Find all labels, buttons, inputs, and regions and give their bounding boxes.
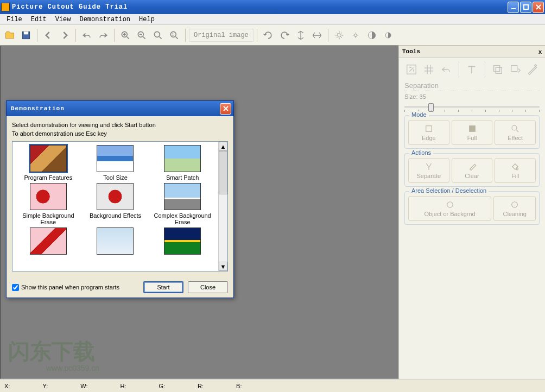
menu-file[interactable]: File: [2, 15, 27, 24]
tools-panel: Tools x Separation Size: 35: [398, 46, 545, 379]
brightness-down-button[interactable]: [348, 28, 363, 43]
svg-text:1: 1: [172, 32, 174, 36]
svg-rect-0: [524, 5, 528, 9]
redo-button[interactable]: [96, 28, 111, 43]
menu-edit[interactable]: Edit: [27, 15, 51, 24]
svg-point-5: [154, 31, 160, 37]
demo-list: Program Features Tool Size Smart Patch S…: [12, 141, 228, 271]
mode-effect-button[interactable]: Effect: [495, 120, 536, 145]
separation-label: Separation: [404, 81, 540, 91]
grid-icon[interactable]: [422, 62, 436, 77]
flip-v-button[interactable]: [293, 28, 308, 43]
show-panel-checkbox[interactable]: Show this panel when program starts: [12, 284, 139, 291]
save-button[interactable]: [18, 28, 34, 43]
svg-text:www.pc0359.cn: www.pc0359.cn: [46, 364, 99, 372]
status-g: G:: [159, 383, 165, 389]
demo-item-9[interactable]: [150, 227, 215, 257]
tools-title: Tools: [402, 48, 420, 55]
open-button[interactable]: [2, 28, 17, 43]
mode-fieldset: Mode Edge Full Effect: [404, 115, 540, 149]
area-cleaning-button[interactable]: Cleaning: [493, 196, 536, 221]
zoom-actual-button[interactable]: 1: [167, 28, 182, 43]
contrast-down-button[interactable]: [381, 28, 396, 43]
demo-item-bg-effects[interactable]: Background Effects: [83, 183, 148, 225]
demo-item-8[interactable]: [83, 227, 148, 257]
resize-icon[interactable]: [404, 62, 419, 77]
status-w: W:: [80, 383, 87, 389]
status-b: B:: [236, 383, 242, 389]
actions-fieldset: Actions Separate Clear Fill: [404, 153, 540, 187]
demo-item-complex-bg-erase[interactable]: Complex Background Erase: [150, 183, 215, 225]
dialog-titlebar[interactable]: Demonstration: [7, 101, 233, 116]
area-object-button[interactable]: Object or Backgrnd: [408, 196, 491, 221]
svg-point-20: [512, 125, 517, 130]
svg-rect-17: [511, 66, 517, 72]
zoom-fit-button[interactable]: [150, 28, 166, 43]
undo-tool-icon[interactable]: [439, 62, 453, 77]
demo-item-smart-patch[interactable]: Smart Patch: [150, 145, 215, 181]
svg-rect-15: [493, 66, 499, 72]
wizard-icon[interactable]: [525, 62, 540, 77]
mode-edge-button[interactable]: Edge: [408, 120, 449, 145]
main-toolbar: 1 Original image: [0, 25, 545, 46]
rotate-ccw-button[interactable]: [261, 28, 276, 43]
flip-h-button[interactable]: [309, 28, 325, 43]
status-x: X:: [4, 383, 10, 389]
dialog-text-2: To abort demonstration use Esc key: [12, 130, 228, 137]
app-icon: [1, 3, 10, 11]
close-button[interactable]: [533, 2, 544, 13]
demo-item-simple-bg-erase[interactable]: Simple Background Erase: [16, 183, 81, 225]
dialog-close-button[interactable]: [220, 103, 231, 115]
demonstration-dialog: Demonstration Select demonstration for v…: [6, 100, 234, 298]
zoom-out-button[interactable]: [134, 28, 149, 43]
forward-button[interactable]: [57, 28, 72, 43]
original-image-label: Original image: [189, 29, 254, 42]
undo-button[interactable]: [79, 28, 94, 43]
svg-point-8: [337, 33, 341, 37]
tools-close-button[interactable]: x: [538, 48, 542, 55]
size-label: Size: 35: [404, 93, 540, 100]
scroll-up-icon[interactable]: ▲: [219, 142, 227, 151]
dialog-text-1: Select demonstration for viewing and cli…: [12, 122, 228, 128]
status-r: R:: [198, 383, 204, 389]
scroll-down-icon[interactable]: ▼: [219, 262, 227, 271]
dialog-title: Demonstration: [9, 105, 220, 112]
contrast-up-button[interactable]: [364, 28, 379, 43]
action-clear-button[interactable]: Clear: [452, 158, 493, 183]
watermark: 闪东下载www.pc0359.cn: [3, 332, 155, 376]
back-button[interactable]: [41, 28, 56, 43]
svg-text:闪东下载: 闪东下载: [8, 339, 95, 363]
window-title: Picture Cutout Guide Trial: [12, 3, 508, 11]
mode-full-button[interactable]: Full: [452, 120, 493, 145]
text-icon[interactable]: [465, 62, 479, 77]
rotate-cw-button[interactable]: [277, 28, 292, 43]
action-fill-button[interactable]: Fill: [495, 158, 536, 183]
svg-point-9: [354, 34, 357, 36]
svg-point-21: [447, 202, 453, 208]
action-separate-button[interactable]: Separate: [408, 158, 449, 183]
area-fieldset: Area Selection / Deselection Object or B…: [404, 191, 540, 225]
maximize-button[interactable]: [520, 2, 531, 13]
layer-add-icon[interactable]: [491, 62, 505, 77]
demo-item-tool-size[interactable]: Tool Size: [83, 145, 148, 181]
minimize-button[interactable]: [508, 2, 519, 13]
menu-demonstration[interactable]: Demonstration: [75, 15, 135, 24]
canvas-area[interactable]: 闪东下载www.pc0359.cn Demonstration Select d…: [0, 46, 398, 379]
svg-rect-18: [426, 126, 432, 132]
menu-view[interactable]: View: [51, 15, 75, 24]
status-h: H:: [120, 383, 126, 389]
layer-move-icon[interactable]: [508, 62, 522, 77]
demo-item-7[interactable]: [16, 227, 81, 257]
menu-help[interactable]: Help: [135, 15, 159, 24]
svg-rect-2: [24, 31, 28, 34]
demo-scrollbar[interactable]: ▲ ▼: [218, 142, 227, 271]
scroll-thumb[interactable]: [219, 151, 227, 194]
brightness-up-button[interactable]: [332, 28, 347, 43]
svg-point-22: [512, 202, 518, 208]
svg-rect-16: [496, 67, 502, 73]
zoom-in-button[interactable]: [118, 28, 133, 43]
start-button[interactable]: Start: [143, 281, 183, 293]
show-panel-checkbox-input[interactable]: [12, 284, 19, 291]
demo-item-program-features[interactable]: Program Features: [16, 145, 81, 181]
dialog-close-btn[interactable]: Close: [188, 281, 228, 293]
